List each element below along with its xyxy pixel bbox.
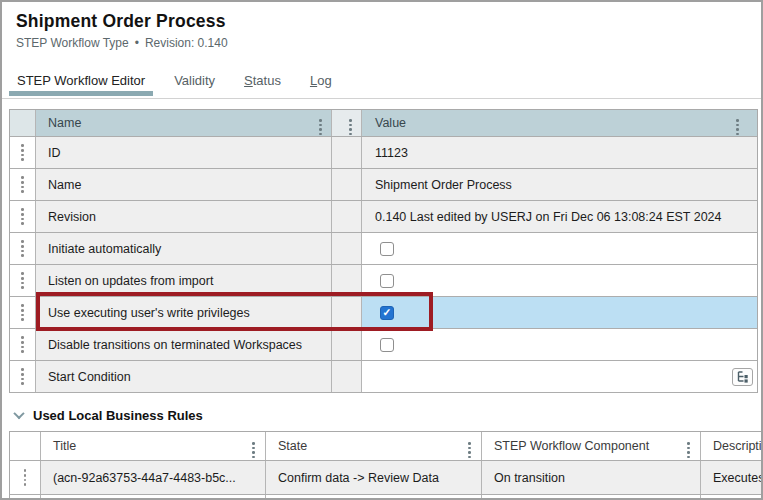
section-title: Used Local Business Rules [33,408,203,423]
page-subtitle: STEP Workflow Type • Revision: 0.140 [16,36,228,50]
column-header-name: Name [48,116,81,130]
checkbox-initiate-automatically[interactable]: ✓ [380,242,394,256]
property-name: Use executing user's write privileges [48,306,250,320]
tab-status[interactable]: Status [236,63,289,98]
check-icon: ✓ [383,307,392,318]
rule-row[interactable]: (acn-92a63753-44a7-4483-b5c... Confirm d… [10,461,763,495]
drag-handle-icon[interactable] [21,208,24,224]
drag-handle-icon[interactable] [21,176,24,192]
page-title: Shipment Order Process [16,11,228,32]
chevron-down-icon[interactable] [13,408,24,419]
drag-handle-icon[interactable] [21,272,24,288]
column-header-component: STEP Workflow Component [494,439,649,453]
drag-handle-icon[interactable] [21,368,24,384]
property-name: Disable transitions on terminated Worksp… [48,338,302,352]
drag-handle-icon[interactable] [21,336,24,352]
property-value[interactable]: Shipment Order Process [375,178,512,192]
drag-handle-icon[interactable] [21,144,24,160]
rules-table-header: Title State STEP Workflow Component Desc… [10,432,763,461]
column-header-title: Title [53,439,76,453]
property-row-id[interactable]: ID 11123 [10,137,757,169]
page-header: Shipment Order Process STEP Workflow Typ… [16,11,228,50]
checkbox-use-executing-users-write-privileges[interactable]: ✓ [380,306,394,320]
checkbox-listen-on-updates[interactable]: ✓ [380,274,394,288]
checkbox-disable-transitions[interactable]: ✓ [380,338,394,352]
properties-table-header: Name Value [10,110,757,137]
tab-label: Status [244,73,281,88]
tab-log[interactable]: Log [302,63,340,98]
column-menu-icon[interactable] [468,434,471,459]
step-workflow-window: Shipment Order Process STEP Workflow Typ… [0,0,763,500]
rule-title: (acn-92a63753-44a7-4483-b5c... [53,471,236,485]
tab-label: STEP Workflow Editor [17,73,145,88]
tab-step-workflow-editor[interactable]: STEP Workflow Editor [9,63,153,98]
drag-handle-icon[interactable] [24,469,27,485]
property-name: Start Condition [48,370,131,384]
rule-description: Executes [713,471,763,485]
bullet-separator: • [135,36,139,50]
tab-validity[interactable]: Validity [166,63,223,98]
drag-handle-icon[interactable] [21,304,24,320]
column-header-state: State [278,439,307,453]
column-menu-icon[interactable] [736,111,739,136]
drag-column-header [10,110,36,136]
section-used-local-business-rules: Used Local Business Rules [15,404,203,426]
rule-state: Confirm data -> Review Data [278,471,439,485]
column-header-description: Description [713,439,763,453]
drag-column-header [10,432,41,460]
column-menu-icon[interactable] [349,111,352,136]
property-value[interactable]: 0.140 Last edited by USERJ on Fri Dec 06… [375,210,722,224]
property-row-use-executing-users-write-privileges[interactable]: Use executing user's write privileges ✓ [10,297,757,329]
column-menu-icon[interactable] [319,111,322,136]
properties-table: Name Value ID 11123 Name Shipment Order … [9,109,758,393]
rule-component: On transition [494,471,565,485]
property-row-listen-on-updates[interactable]: Listen on updates from import ✓ [10,265,757,297]
tab-label: Log [310,73,332,88]
tab-bar: STEP Workflow Editor Validity Status Log [2,63,761,99]
condition-editor-button[interactable] [732,368,753,386]
hierarchy-tree-icon [736,371,750,383]
drag-handle-icon[interactable] [21,240,24,256]
property-row-start-condition[interactable]: Start Condition [10,361,757,393]
rule-row-partial [10,495,763,500]
property-row-name[interactable]: Name Shipment Order Process [10,169,757,201]
property-row-revision[interactable]: Revision 0.140 Last edited by USERJ on F… [10,201,757,233]
property-name: Name [48,178,81,192]
property-name: Listen on updates from import [48,274,213,288]
revision-label: Revision: 0.140 [145,36,228,50]
column-menu-icon[interactable] [252,434,255,459]
property-name: ID [48,146,61,160]
property-name: Revision [48,210,96,224]
property-row-initiate-automatically[interactable]: Initiate automatically ✓ [10,233,757,265]
rules-table: Title State STEP Workflow Component Desc… [9,431,763,500]
column-menu-icon[interactable] [687,434,690,459]
property-row-disable-transitions[interactable]: Disable transitions on terminated Worksp… [10,329,757,361]
property-name: Initiate automatically [48,242,161,256]
tab-label: Validity [174,73,215,88]
object-type-label: STEP Workflow Type [16,36,129,50]
property-value[interactable]: 11123 [375,146,408,160]
column-header-value: Value [375,116,406,130]
